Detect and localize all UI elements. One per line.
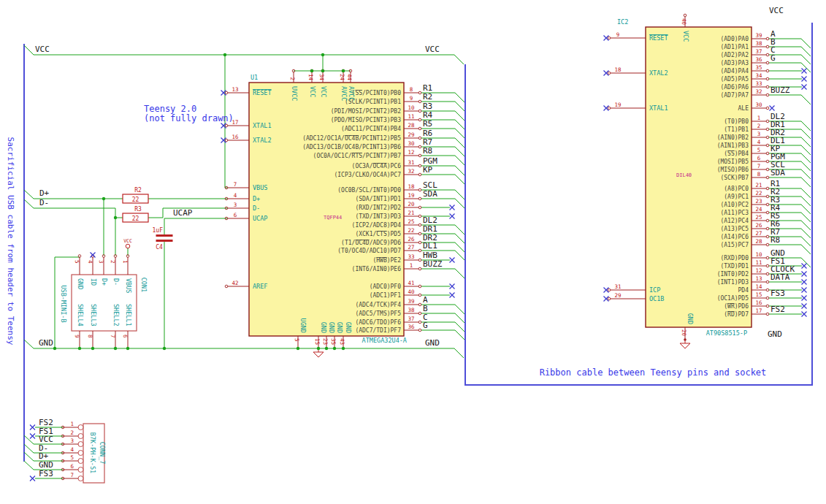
pin-name: D- bbox=[253, 205, 260, 212]
pin-end bbox=[766, 264, 769, 267]
pin-pad bbox=[78, 467, 83, 473]
pin-number: 3 bbox=[234, 202, 237, 208]
pin-number: 36 bbox=[755, 56, 762, 63]
net-label-DATA[interactable]: DATA bbox=[770, 272, 790, 282]
pin-end bbox=[766, 313, 769, 316]
pin-number: 11 bbox=[755, 259, 762, 266]
pin-name: (ADC7/TDI)PF7 bbox=[355, 327, 401, 334]
pin-name: (AD6)PA6 bbox=[720, 84, 749, 91]
net-label-D+[interactable]: D+ bbox=[39, 188, 50, 198]
capacitor-value[interactable]: 1uF bbox=[153, 227, 164, 234]
pin-name: RESET bbox=[649, 34, 668, 42]
u1-reference[interactable]: U1 bbox=[251, 74, 258, 81]
net-label-FS3[interactable]: FS3 bbox=[39, 469, 53, 478]
u1-value[interactable]: ATMEGA32U4-A bbox=[362, 337, 407, 344]
pin-name: (RXD/INT2)PD2 bbox=[355, 205, 401, 211]
pin-name: SHELL2 bbox=[112, 304, 120, 327]
net-label-G[interactable]: G bbox=[770, 53, 776, 63]
net-label-G[interactable]: G bbox=[423, 321, 428, 330]
junction bbox=[163, 347, 166, 350]
net-label-BUZZ[interactable]: BUZZ bbox=[770, 85, 790, 95]
net-label-R8[interactable]: R8 bbox=[770, 235, 780, 245]
pin-end bbox=[418, 285, 421, 288]
pin-number: 35 bbox=[330, 338, 337, 345]
net-label-VCC[interactable]: VCC bbox=[425, 45, 440, 54]
pin-number: 4 bbox=[234, 192, 237, 199]
pin-end bbox=[766, 144, 769, 147]
pin-number: 22 bbox=[755, 190, 762, 196]
resistor-reference[interactable]: R3 bbox=[134, 206, 142, 213]
pin-end bbox=[766, 85, 769, 88]
no-connect-icon bbox=[802, 272, 807, 277]
pin-end bbox=[418, 127, 421, 130]
pin-name: (A11)PC3 bbox=[720, 210, 749, 216]
pin-number: 13 bbox=[755, 275, 762, 282]
conn7-reference[interactable]: CONN_7 bbox=[99, 442, 106, 465]
pin-number: 40 bbox=[681, 18, 687, 26]
net-label-SDA[interactable]: SDA bbox=[770, 168, 785, 177]
pin-number: 5 bbox=[70, 454, 74, 461]
ic2-reference[interactable]: IC2 bbox=[617, 18, 628, 26]
resistor-value[interactable]: 22 bbox=[132, 215, 139, 222]
pin-end bbox=[418, 249, 421, 252]
pin-number: 28 bbox=[755, 238, 762, 245]
junction bbox=[78, 347, 81, 350]
pin-name: VCC bbox=[309, 86, 316, 97]
net-label-R2[interactable]: R2 bbox=[423, 92, 432, 102]
pin-number: 5 bbox=[757, 147, 761, 153]
pin-end bbox=[418, 312, 421, 315]
wire bbox=[421, 313, 464, 323]
pin-end bbox=[766, 37, 769, 40]
net-label-SDA[interactable]: SDA bbox=[423, 189, 437, 199]
pin-name: GND bbox=[320, 322, 327, 333]
pin-number: 34 bbox=[755, 72, 762, 79]
no-connect-icon bbox=[802, 296, 807, 301]
pin-end bbox=[766, 120, 769, 123]
net-label-R5[interactable]: R5 bbox=[423, 119, 432, 129]
pin-number: 18 bbox=[408, 183, 415, 190]
pin-pad bbox=[78, 434, 83, 439]
pin-number: 2 bbox=[289, 77, 296, 80]
net-label-FS2[interactable]: FS2 bbox=[770, 305, 785, 314]
pin-name: (AD3)PA3 bbox=[720, 60, 749, 66]
no-connect-icon bbox=[450, 205, 455, 210]
pin-name: (ICP3/CLKO/OC4A)PC7 bbox=[334, 172, 401, 178]
junction bbox=[342, 69, 345, 72]
net-label-R8[interactable]: R8 bbox=[423, 146, 432, 156]
schematic-canvas: U1ATMEGA32U4-ATQFP4413RESET17XTAL116XTAL… bbox=[0, 0, 826, 504]
net-label-GND[interactable]: GND bbox=[425, 338, 440, 348]
net-label-BUZZ[interactable]: BUZZ bbox=[423, 259, 443, 269]
pin-number: 14 bbox=[307, 74, 314, 81]
con1-value[interactable]: USB-MINI-B bbox=[60, 285, 67, 322]
pin-number: 18 bbox=[614, 66, 622, 73]
no-connect-icon bbox=[91, 253, 96, 258]
pin-name: (T0)PB0 bbox=[724, 118, 749, 125]
wire bbox=[24, 199, 115, 256]
net-label-DL1[interactable]: DL1 bbox=[423, 241, 437, 251]
conn7-value[interactable]: B7K-PH-K-S1 bbox=[89, 432, 96, 473]
net-label-GND[interactable]: GND bbox=[39, 338, 53, 348]
net-label-VCC[interactable]: VCC bbox=[35, 45, 50, 54]
net-label-UCAP[interactable]: UCAP bbox=[173, 208, 193, 218]
pin-number: 1 bbox=[122, 260, 129, 264]
capacitor-reference[interactable]: C4 bbox=[156, 244, 163, 251]
net-label-VCC[interactable]: VCC bbox=[769, 6, 784, 15]
vcc-port-label: VCC bbox=[123, 238, 132, 244]
no-connect-icon bbox=[802, 77, 807, 82]
pin-name: (A12)PC4 bbox=[720, 218, 749, 224]
pin-number: 4 bbox=[757, 139, 761, 145]
net-label-KP[interactable]: KP bbox=[423, 165, 433, 175]
net-label-FS3[interactable]: FS3 bbox=[770, 289, 785, 298]
resistor-value[interactable]: 22 bbox=[132, 196, 139, 203]
resistor-reference[interactable]: R2 bbox=[134, 187, 142, 194]
pin-name: (OC0A/OC1C/RTS/PCINT7)PB7 bbox=[313, 153, 402, 159]
con1-reference[interactable]: CON1 bbox=[140, 278, 148, 292]
net-label-D-[interactable]: D- bbox=[39, 198, 49, 207]
pin-end bbox=[225, 91, 228, 94]
pin-pad bbox=[78, 459, 83, 464]
pin-name: (A10)PC2 bbox=[720, 202, 749, 208]
net-label-GND[interactable]: GND bbox=[768, 329, 782, 339]
pin-name: (A13)PC5 bbox=[720, 226, 749, 232]
pin-name: (SCK)PB7 bbox=[720, 175, 749, 181]
ic2-value[interactable]: AT90S8515-P bbox=[706, 329, 747, 337]
